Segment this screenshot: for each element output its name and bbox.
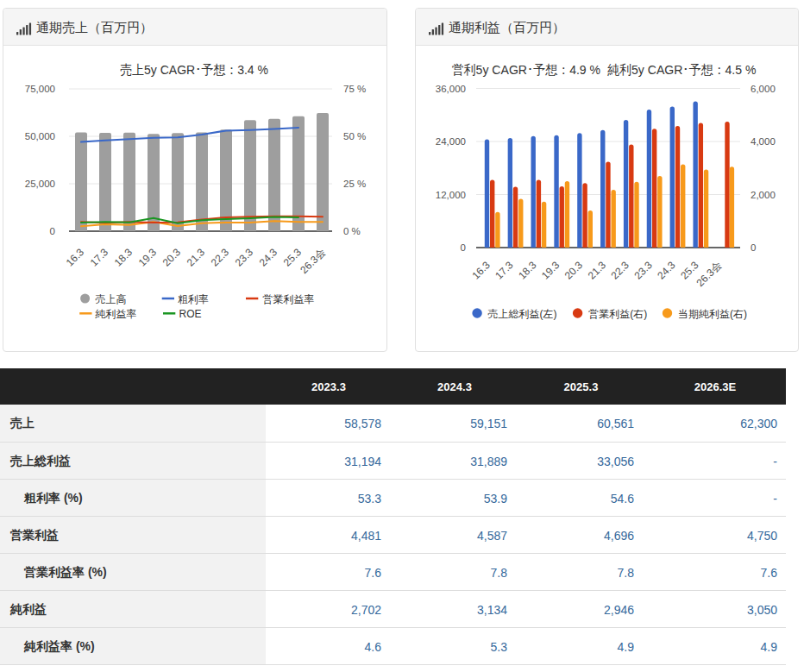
svg-text:25,000: 25,000: [25, 179, 55, 189]
svg-text:粗利率: 粗利率: [178, 293, 209, 305]
svg-text:75 %: 75 %: [343, 84, 366, 94]
svg-text:21.3: 21.3: [185, 246, 208, 269]
svg-text:16.3: 16.3: [469, 259, 493, 282]
svg-text:6,000: 6,000: [751, 84, 776, 94]
svg-text:23.3: 23.3: [233, 246, 256, 269]
svg-text:売上高: 売上高: [96, 293, 127, 305]
svg-text:営利5y CAGR･予想：4.9 % 純利5y CAGR･: 営利5y CAGR･予想：4.9 % 純利5y CAGR･予想：4.5 %: [452, 62, 757, 77]
svg-text:24.3: 24.3: [655, 259, 678, 282]
svg-text:16.3: 16.3: [64, 246, 87, 269]
svg-text:24.3: 24.3: [257, 246, 280, 269]
svg-text:営業利益率: 営業利益率: [263, 293, 315, 305]
svg-text:19.3: 19.3: [539, 259, 562, 282]
svg-text:22.3: 22.3: [209, 246, 232, 269]
svg-text:ROE: ROE: [179, 308, 202, 320]
svg-text:24,000: 24,000: [436, 136, 466, 147]
svg-text:75,000: 75,000: [25, 84, 55, 94]
svg-text:当期純利益(右): 当期純利益(右): [678, 308, 747, 320]
svg-text:36,000: 36,000: [436, 84, 466, 94]
svg-text:25 %: 25 %: [343, 179, 366, 189]
svg-text:0 %: 0 %: [343, 226, 361, 236]
svg-text:売上総利益(左): 売上総利益(左): [488, 308, 557, 320]
svg-text:50 %: 50 %: [343, 131, 366, 141]
svg-text:12,000: 12,000: [436, 190, 466, 200]
svg-text:20.3: 20.3: [562, 259, 586, 282]
svg-text:0: 0: [461, 242, 466, 253]
svg-text:0: 0: [50, 226, 55, 236]
svg-text:17.3: 17.3: [493, 259, 516, 282]
svg-text:19.3: 19.3: [136, 246, 160, 269]
svg-text:売上5y CAGR･予想：3.4 %: 売上5y CAGR･予想：3.4 %: [120, 62, 268, 77]
svg-text:0: 0: [751, 242, 756, 253]
svg-text:20.3: 20.3: [160, 246, 184, 269]
svg-text:17.3: 17.3: [88, 246, 111, 269]
svg-text:営業利益(右): 営業利益(右): [588, 308, 647, 320]
svg-text:50,000: 50,000: [25, 131, 55, 141]
svg-text:2,000: 2,000: [751, 190, 776, 200]
svg-text:22.3: 22.3: [609, 259, 632, 282]
svg-text:26.3会: 26.3会: [694, 259, 724, 289]
svg-text:18.3: 18.3: [516, 259, 539, 282]
svg-text:18.3: 18.3: [112, 246, 135, 269]
svg-text:純利益率: 純利益率: [95, 308, 137, 320]
svg-text:26.3会: 26.3会: [298, 246, 328, 276]
svg-text:21.3: 21.3: [586, 259, 609, 282]
svg-text:4,000: 4,000: [751, 136, 776, 147]
svg-text:23.3: 23.3: [631, 259, 655, 282]
